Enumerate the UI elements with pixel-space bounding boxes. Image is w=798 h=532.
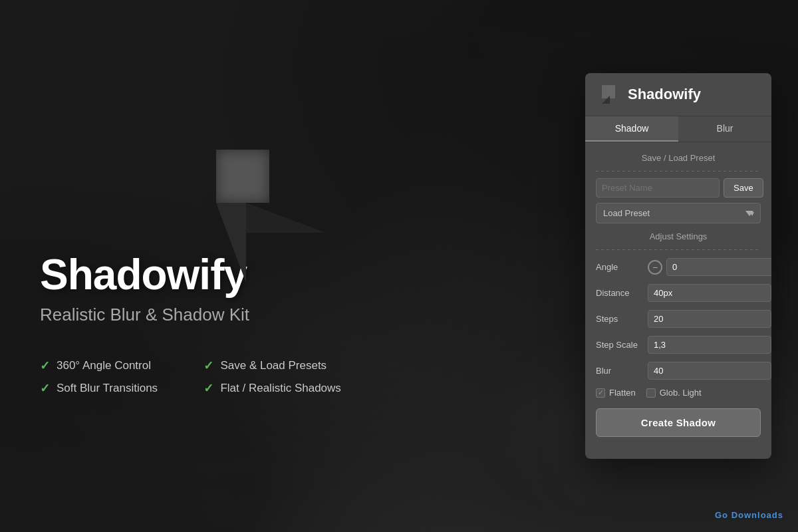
blur-label: Blur	[596, 366, 644, 376]
tab-blur[interactable]: Blur	[678, 116, 771, 142]
distance-label: Distance	[596, 288, 644, 298]
angle-input[interactable]	[666, 258, 771, 276]
flatten-label: Flatten	[609, 388, 636, 398]
create-shadow-button[interactable]: Create Shadow	[596, 408, 761, 437]
flatten-checkbox-item[interactable]: Flatten	[596, 388, 636, 398]
logo-square	[216, 150, 269, 203]
angle-label: Angle	[596, 262, 644, 272]
feature-item-3: ✓ Save & Load Presets	[203, 358, 340, 373]
feature-label-3: Save & Load Presets	[220, 359, 327, 372]
glob-light-checkbox[interactable]	[646, 388, 656, 398]
check-icon-2: ✓	[40, 381, 50, 396]
setting-row-angle: Angle − deg	[596, 257, 761, 277]
main-content: Shadowify Realistic Blur & Shadow Kit ✓ …	[0, 0, 798, 532]
glob-light-label: Glob. Light	[660, 388, 702, 398]
plugin-icon-shadow	[602, 96, 610, 104]
flatten-checkbox[interactable]	[596, 388, 605, 398]
features-grid: ✓ 360° Angle Control ✓ Save & Load Prese…	[40, 358, 341, 396]
feature-label-4: Flat / Realistic Shadows	[220, 382, 340, 395]
angle-control-icon[interactable]: −	[648, 260, 662, 275]
setting-row-blur: Blur px	[596, 360, 761, 381]
step-scale-input[interactable]	[648, 336, 771, 354]
settings-section-title: Adjust Settings	[596, 231, 761, 241]
preset-name-input[interactable]	[596, 178, 720, 198]
preset-row: Save	[596, 178, 761, 198]
angle-minus-icon: −	[652, 263, 658, 272]
distance-input[interactable]	[648, 284, 771, 302]
setting-row-step-scale: Step Scale	[596, 334, 761, 355]
divider-1	[596, 171, 761, 172]
setting-row-distance: Distance	[596, 283, 761, 303]
tab-shadow[interactable]: Shadow	[585, 116, 678, 142]
check-icon-3: ✓	[203, 358, 213, 373]
logo-shape	[196, 140, 296, 233]
feature-label-1: 360° Angle Control	[57, 359, 151, 372]
watermark-text: Go Downloads	[715, 510, 783, 520]
load-preset-select[interactable]: Load Preset	[596, 203, 761, 223]
steps-input[interactable]	[648, 310, 771, 328]
check-icon-1: ✓	[40, 358, 50, 373]
plugin-title: Shadowify	[628, 86, 701, 103]
steps-label: Steps	[596, 314, 644, 324]
watermark: Go Downloads	[715, 510, 783, 520]
feature-item-1: ✓ 360° Angle Control	[40, 358, 177, 373]
checkbox-row: Flatten Glob. Light	[596, 386, 761, 399]
glob-light-checkbox-item[interactable]: Glob. Light	[646, 388, 702, 398]
logo-shadow-left	[216, 203, 246, 283]
check-icon-4: ✓	[203, 381, 213, 396]
logo-shadow-right	[246, 203, 326, 233]
preset-section-title: Save / Load Preset	[596, 153, 761, 163]
setting-row-steps: Steps	[596, 309, 761, 329]
plugin-body: Save / Load Preset Save Load Preset ▾ Ad…	[585, 142, 771, 459]
feature-item-2: ✓ Soft Blur Transitions	[40, 381, 177, 396]
left-panel: Shadowify Realistic Blur & Shadow Kit ✓ …	[0, 110, 585, 422]
save-button[interactable]: Save	[724, 178, 763, 198]
feature-item-4: ✓ Flat / Realistic Shadows	[203, 381, 340, 396]
step-scale-label: Step Scale	[596, 340, 644, 350]
blur-input[interactable]	[648, 362, 771, 380]
plugin-header: Shadowify	[585, 73, 771, 116]
load-preset-wrapper: Load Preset ▾	[596, 203, 761, 223]
plugin-icon	[598, 84, 620, 105]
feature-label-2: Soft Blur Transitions	[57, 382, 158, 395]
app-subtitle: Realistic Blur & Shadow Kit	[40, 305, 249, 325]
plugin-panel: Shadowify Shadow Blur Save / Load Preset…	[585, 73, 771, 459]
tabs-container: Shadow Blur	[585, 116, 771, 142]
divider-2	[596, 249, 761, 250]
